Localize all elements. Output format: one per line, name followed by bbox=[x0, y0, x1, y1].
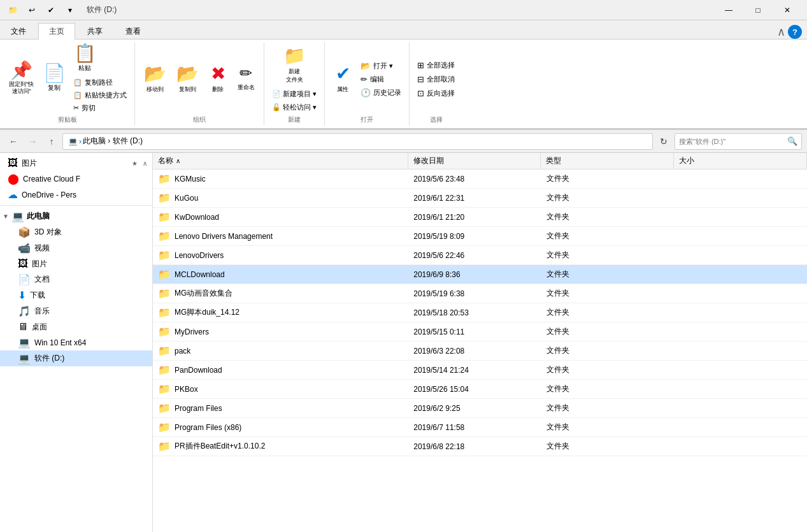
sidebar-item-onedrive[interactable]: ☁ OneDrive - Pers bbox=[0, 187, 152, 203]
file-cell-type: 文件夹 bbox=[541, 227, 675, 245]
file-cell-type: 文件夹 bbox=[541, 170, 675, 187]
table-row[interactable]: 📁 KwDownload 2019/6/1 21:20 文件夹 bbox=[153, 208, 807, 227]
moveto-button[interactable]: 📂 移动到 bbox=[140, 61, 170, 96]
table-row[interactable]: 📁 Lenovo Drivers Management 2019/5/19 8:… bbox=[153, 227, 807, 246]
qat-undo[interactable]: ↩ bbox=[24, 3, 39, 18]
help-button[interactable]: ? bbox=[788, 25, 802, 39]
edit-button[interactable]: ✏ 编辑 bbox=[358, 73, 404, 85]
delete-button[interactable]: ✖ 删除 bbox=[205, 61, 231, 96]
sidebar-music-label: 音乐 bbox=[34, 306, 50, 317]
sidebar: 🖼 图片 ★ ∧ ⬤ Creative Cloud F ☁ OneDrive -… bbox=[0, 153, 153, 532]
table-row[interactable]: 📁 PanDownload 2019/5/14 21:24 文件夹 bbox=[153, 361, 807, 380]
tab-share[interactable]: 共享 bbox=[76, 23, 113, 40]
table-row[interactable]: 📁 PR插件BeatEdit+v1.0.10.2 2019/6/8 22:18 … bbox=[153, 437, 807, 456]
qat-properties[interactable]: ✔ bbox=[43, 3, 59, 18]
maximize-button[interactable]: □ bbox=[743, 0, 773, 20]
qat-dropdown[interactable]: ▾ bbox=[62, 3, 78, 18]
sidebar-item-videos[interactable]: 📹 视频 bbox=[0, 240, 152, 256]
col-header-type[interactable]: 类型 bbox=[541, 153, 674, 169]
history-button[interactable]: 🕐 历史记录 bbox=[358, 87, 404, 99]
properties-button[interactable]: ✔ 属性 bbox=[330, 61, 355, 96]
table-row[interactable]: 📁 MCLDownload 2019/6/9 8:36 文件夹 bbox=[153, 265, 807, 284]
videos-icon: 📹 bbox=[18, 242, 31, 254]
pasteshortcut-button[interactable]: 📋 粘贴快捷方式 bbox=[71, 89, 129, 101]
folder-icon: 📁 bbox=[158, 192, 171, 204]
table-row[interactable]: 📁 KuGou 2019/6/1 22:31 文件夹 bbox=[153, 189, 807, 208]
open-button[interactable]: 📂 打开 ▾ bbox=[358, 60, 404, 72]
copyto-button[interactable]: 📂 复制到 bbox=[173, 61, 203, 96]
table-row[interactable]: 📁 MG脚本duik_14.12 2019/5/18 20:53 文件夹 bbox=[153, 303, 807, 322]
sidebar-item-win10[interactable]: 💻 Win 10 Ent x64 bbox=[0, 334, 152, 350]
file-cell-size bbox=[674, 329, 807, 335]
address-path[interactable]: 💻 › 此电脑 › 软件 (D:) bbox=[62, 133, 653, 150]
new-folder-area: 📁 新建文件夹 📄 新建项目 ▾ 🔓 轻松访问 ▾ bbox=[269, 43, 319, 113]
col-header-size[interactable]: 大小 bbox=[674, 153, 807, 169]
copy-button[interactable]: 📄 复制 bbox=[40, 62, 68, 95]
sidebar-item-documents[interactable]: 📄 文档 bbox=[0, 271, 152, 287]
sidebar-item-creativecloud[interactable]: ⬤ Creative Cloud F bbox=[0, 171, 152, 187]
refresh-button[interactable]: ↻ bbox=[655, 133, 672, 150]
table-row[interactable]: 📁 Program Files (x86) 2019/6/7 11:58 文件夹 bbox=[153, 418, 807, 437]
easy-access-button[interactable]: 🔓 轻松访问 ▾ bbox=[269, 101, 319, 113]
new-folder-button[interactable]: 📁 新建文件夹 bbox=[280, 43, 310, 87]
search-box[interactable]: 🔍 bbox=[675, 133, 802, 150]
table-row[interactable]: 📁 Program Files 2019/6/2 9:25 文件夹 bbox=[153, 399, 807, 418]
close-button[interactable]: ✕ bbox=[773, 0, 802, 20]
folder-icon: 📁 bbox=[158, 249, 171, 261]
col-header-date[interactable]: 修改日期 bbox=[408, 153, 541, 169]
select-none-button[interactable]: ⊟ 全部取消 bbox=[415, 73, 457, 85]
table-row[interactable]: 📁 MG动画音效集合 2019/5/19 6:38 文件夹 bbox=[153, 284, 807, 303]
tab-file[interactable]: 文件 bbox=[0, 23, 37, 40]
copypath-button[interactable]: 📋 复制路径 bbox=[71, 76, 129, 89]
file-cell-name: 📁 KuGou bbox=[153, 189, 408, 207]
new-sub: 📄 新建项目 ▾ 🔓 轻松访问 ▾ bbox=[269, 88, 319, 113]
cut-button[interactable]: ✂ 剪切 bbox=[71, 102, 129, 114]
rename-button[interactable]: ✏ 重命名 bbox=[233, 62, 259, 94]
tab-home[interactable]: 主页 bbox=[38, 23, 75, 40]
ribbon-collapse-icon[interactable]: ∧ bbox=[777, 25, 785, 39]
select-none-label: 全部取消 bbox=[427, 75, 455, 84]
sidebar-item-images[interactable]: 🖼 图片 bbox=[0, 256, 152, 271]
col-header-name[interactable]: 名称 ∧ bbox=[153, 153, 408, 169]
sidebar-divider1 bbox=[0, 205, 152, 206]
table-row[interactable]: 📁 PKBox 2019/5/26 15:04 文件夹 bbox=[153, 380, 807, 399]
path-icon: 💻 bbox=[68, 137, 78, 146]
file-rows-container: 📁 KGMusic 2019/5/6 23:48 文件夹 📁 KuGou 201… bbox=[153, 169, 807, 456]
path-separator1: › bbox=[79, 137, 82, 146]
search-icon: 🔍 bbox=[783, 136, 801, 146]
title-bar: 📁 ↩ ✔ ▾ 软件 (D:) — □ ✕ bbox=[0, 0, 807, 20]
table-row[interactable]: 📁 KGMusic 2019/5/6 23:48 文件夹 bbox=[153, 169, 807, 189]
search-input[interactable] bbox=[675, 138, 783, 145]
minimize-button[interactable]: — bbox=[714, 0, 743, 20]
back-button[interactable]: ← bbox=[5, 133, 22, 150]
table-row[interactable]: 📁 pack 2019/6/3 22:08 文件夹 bbox=[153, 341, 807, 361]
folder-icon: 📁 bbox=[158, 306, 171, 319]
pin-button[interactable]: 📌 固定到"快速访问" bbox=[5, 59, 38, 97]
sidebar-videos-label: 视频 bbox=[34, 243, 50, 254]
paste-button[interactable]: 📋 粘贴 bbox=[71, 42, 99, 75]
file-name: PanDownload bbox=[175, 366, 222, 375]
sidebar-thispc-header[interactable]: ▼ 💻 此电脑 bbox=[0, 208, 152, 224]
select-all-button[interactable]: ⊞ 全部选择 bbox=[415, 59, 457, 71]
new-item-label: 📄 新建项目 ▾ bbox=[272, 89, 317, 99]
folder-icon: 📁 bbox=[158, 326, 171, 338]
organize-label: 组织 bbox=[193, 115, 206, 126]
table-row[interactable]: 📁 MyDrivers 2019/5/15 0:11 文件夹 bbox=[153, 322, 807, 341]
up-button[interactable]: ↑ bbox=[43, 133, 60, 150]
sidebar-item-3dobjects[interactable]: 📦 3D 对象 bbox=[0, 224, 152, 240]
sidebar-item-downloads[interactable]: ⬇ 下载 bbox=[0, 287, 152, 303]
tab-view[interactable]: 查看 bbox=[115, 23, 152, 40]
folder-icon: 📁 bbox=[158, 364, 171, 376]
sidebar-item-softwared[interactable]: 💻 软件 (D:) bbox=[0, 350, 152, 366]
sidebar-softwared-label: 软件 (D:) bbox=[34, 353, 64, 364]
sidebar-item-desktop[interactable]: 🖥 桌面 bbox=[0, 319, 152, 334]
copyto-label: 复制到 bbox=[179, 85, 196, 94]
title-bar-left: 📁 ↩ ✔ ▾ 软件 (D:) bbox=[5, 3, 117, 18]
forward-button[interactable]: → bbox=[24, 133, 41, 150]
open-buttons: ✔ 属性 📂 打开 ▾ ✏ 编辑 🕐 历史记录 bbox=[330, 42, 404, 114]
sidebar-item-pictures[interactable]: 🖼 图片 ★ ∧ bbox=[0, 155, 152, 171]
sidebar-item-music[interactable]: 🎵 音乐 bbox=[0, 303, 152, 319]
new-item-button[interactable]: 📄 新建项目 ▾ bbox=[269, 88, 319, 100]
invert-select-button[interactable]: ⊡ 反向选择 bbox=[415, 87, 457, 99]
table-row[interactable]: 📁 LenovoDrivers 2019/5/6 22:46 文件夹 bbox=[153, 246, 807, 265]
